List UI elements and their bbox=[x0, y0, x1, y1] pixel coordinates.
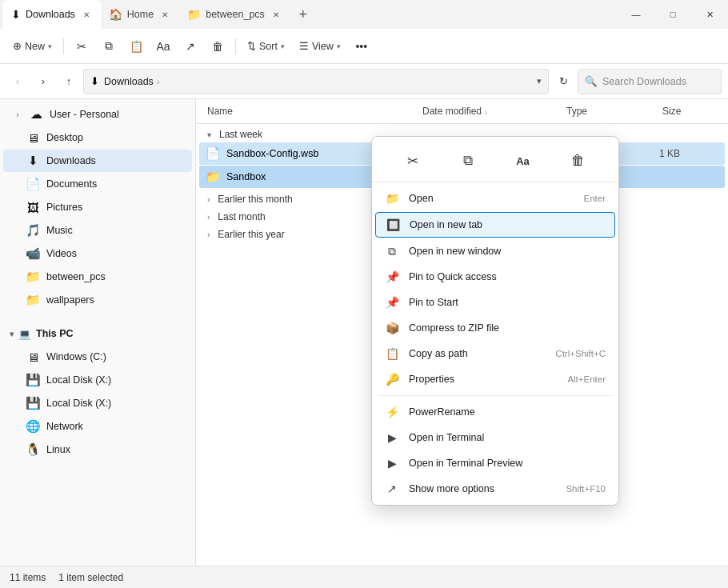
sidebar-item-pictures[interactable]: 🖼 Pictures 📌 bbox=[3, 196, 192, 218]
cm-rename-button[interactable]: Aa bbox=[509, 146, 538, 175]
sidebar-item-wallpapers[interactable]: 📁 wallpapers 📌 bbox=[3, 289, 192, 311]
tab-downloads-close[interactable]: ✕ bbox=[80, 8, 93, 21]
col-hdr-name[interactable]: Name bbox=[202, 102, 418, 120]
last-week-label: Last week bbox=[219, 129, 262, 140]
sidebar-item-between-pcs[interactable]: 📁 between_pcs 📌 bbox=[3, 266, 192, 288]
cm-properties-shortcut: Alt+Enter bbox=[567, 374, 606, 384]
cm-item-pin-start[interactable]: 📌 Pin to Start bbox=[372, 290, 618, 315]
cut-button[interactable]: ✂ bbox=[69, 34, 94, 59]
copy-button[interactable]: ⧉ bbox=[96, 34, 122, 59]
sidebar-item-windows-c[interactable]: 🖥 Windows (C:) bbox=[3, 346, 192, 368]
user-personal-label: User - Personal bbox=[50, 109, 186, 120]
sort-icon: ⇅ bbox=[247, 40, 256, 52]
cm-item-show-more[interactable]: ↗ Show more options Shift+F10 bbox=[372, 476, 618, 502]
this-pc-header[interactable]: ▾ 💻 This PC bbox=[3, 322, 192, 345]
last-month-label: Last month bbox=[218, 211, 265, 222]
sidebar-item-network[interactable]: 🌐 Network bbox=[3, 415, 192, 438]
cm-item-properties[interactable]: 🔑 Properties Alt+Enter bbox=[372, 366, 618, 392]
cm-separator-1 bbox=[378, 395, 612, 396]
sidebar-item-music[interactable]: 🎵 Music 📌 bbox=[3, 219, 192, 242]
local-x1-label: Local Disk (X:) bbox=[46, 374, 186, 386]
cm-item-compress-zip[interactable]: 📦 Compress to ZIP file bbox=[372, 315, 618, 341]
sidebar-item-user-personal[interactable]: › ☁ User - Personal bbox=[3, 103, 192, 126]
cm-cut-button[interactable]: ✂ bbox=[398, 146, 427, 175]
new-tab-button[interactable]: + bbox=[290, 2, 316, 27]
cm-item-open-new-window[interactable]: ⧉ Open in new window bbox=[372, 238, 618, 264]
back-button[interactable]: ‹ bbox=[6, 70, 29, 93]
earlier-this-month-label: Earlier this month bbox=[218, 194, 292, 205]
sandbox-folder-icon: 📁 bbox=[206, 170, 220, 184]
cm-open-shortcut: Enter bbox=[584, 194, 606, 203]
addr-dropdown-icon[interactable]: ▾ bbox=[537, 76, 542, 86]
new-button[interactable]: ⊕ New ▾ bbox=[6, 37, 58, 55]
cm-pin-quick-access-label: Pin to Quick access bbox=[409, 271, 606, 282]
documents-label: Documents bbox=[46, 178, 168, 190]
minimize-button[interactable]: — bbox=[618, 0, 654, 29]
tab-between-pcs-close[interactable]: ✕ bbox=[270, 8, 282, 21]
rename-button[interactable]: Aa bbox=[150, 34, 176, 59]
toolbar: ⊕ New ▾ ✂ ⧉ 📋 Aa ↗ 🗑 ⇅ Sort ▾ ☰ View ▾ •… bbox=[0, 29, 728, 64]
close-button[interactable]: ✕ bbox=[691, 0, 728, 29]
tab-between-pcs[interactable]: 📁 between_pcs ✕ bbox=[179, 0, 290, 29]
sort-chevron-icon: ▾ bbox=[281, 42, 285, 50]
tab-home[interactable]: 🏠 Home ✕ bbox=[101, 0, 179, 29]
share-button[interactable]: ↗ bbox=[178, 34, 203, 59]
earlier-this-month-collapse-icon: › bbox=[207, 195, 210, 204]
address-box[interactable]: ⬇ Downloads › ▾ bbox=[83, 69, 549, 94]
cm-open-new-tab-icon: 🔲 bbox=[386, 218, 400, 231]
refresh-button[interactable]: ↻ bbox=[552, 70, 574, 93]
this-pc-chevron: ▾ bbox=[10, 330, 14, 338]
paste-button[interactable]: 📋 bbox=[123, 34, 149, 59]
tab-home-close[interactable]: ✕ bbox=[158, 8, 171, 21]
tab-downloads[interactable]: ⬇ Downloads ✕ bbox=[3, 0, 101, 29]
cm-show-more-label: Show more options bbox=[409, 483, 556, 494]
cm-item-pin-quick-access[interactable]: 📌 Pin to Quick access bbox=[372, 264, 618, 290]
sidebar-item-downloads[interactable]: ⬇ Downloads 📌 bbox=[3, 150, 192, 172]
col-hdr-type[interactable]: Type bbox=[562, 102, 658, 120]
context-menu: ✂ ⧉ Aa 🗑 📁 Open Enter 🔲 Open in new tab … bbox=[371, 136, 619, 506]
context-menu-icon-row: ✂ ⧉ Aa 🗑 bbox=[372, 140, 618, 182]
view-button[interactable]: ☰ View ▾ bbox=[293, 37, 347, 55]
cm-item-open[interactable]: 📁 Open Enter bbox=[372, 186, 618, 211]
cm-properties-label: Properties bbox=[409, 374, 558, 385]
cm-item-copy-path[interactable]: 📋 Copy as path Ctrl+Shift+C bbox=[372, 341, 618, 366]
cm-open-terminal-icon: ▶ bbox=[385, 431, 399, 444]
search-box[interactable]: 🔍 Search Downloads bbox=[578, 69, 722, 94]
sidebar-item-local-x1[interactable]: 💾 Local Disk (X:) bbox=[3, 369, 192, 391]
cm-pin-start-label: Pin to Start bbox=[409, 297, 606, 308]
sort-button[interactable]: ⇅ Sort ▾ bbox=[241, 37, 291, 55]
sidebar-item-videos[interactable]: 📹 Videos 📌 bbox=[3, 242, 192, 265]
new-label: New bbox=[25, 41, 45, 52]
downloads-icon: ⬇ bbox=[26, 154, 40, 168]
videos-icon: 📹 bbox=[26, 246, 40, 261]
search-icon: 🔍 bbox=[585, 75, 598, 87]
linux-label: Linux bbox=[46, 444, 186, 455]
view-label: View bbox=[312, 41, 334, 52]
earlier-this-year-label: Earlier this year bbox=[218, 229, 284, 240]
pictures-label: Pictures bbox=[46, 202, 168, 213]
delete-button[interactable]: 🗑 bbox=[205, 34, 230, 59]
cm-open-label: Open bbox=[409, 193, 574, 204]
tab-between-pcs-label: between_pcs bbox=[206, 9, 265, 20]
cm-open-terminal-label: Open in Terminal bbox=[409, 432, 606, 443]
col-hdr-date[interactable]: Date modified ↓ bbox=[418, 102, 562, 120]
cm-delete-button[interactable]: 🗑 bbox=[564, 146, 593, 175]
windows-c-label: Windows (C:) bbox=[46, 351, 186, 362]
up-button[interactable]: ↑ bbox=[58, 70, 80, 93]
cm-item-power-rename[interactable]: ⚡ PowerRename bbox=[372, 399, 618, 425]
more-options-button[interactable]: ••• bbox=[349, 34, 374, 59]
sidebar-item-linux[interactable]: 🐧 Linux bbox=[3, 438, 192, 461]
cm-item-open-terminal[interactable]: ▶ Open in Terminal bbox=[372, 425, 618, 450]
local-x1-icon: 💾 bbox=[26, 373, 40, 387]
forward-button[interactable]: › bbox=[32, 70, 54, 93]
cm-item-open-terminal-preview[interactable]: ▶ Open in Terminal Preview bbox=[372, 450, 618, 476]
col-hdr-size[interactable]: Size bbox=[658, 102, 722, 120]
maximize-button[interactable]: □ bbox=[654, 0, 691, 29]
sidebar-item-desktop[interactable]: 🖥 Desktop 📌 bbox=[3, 126, 192, 149]
sidebar-item-local-x2[interactable]: 💾 Local Disk (X:) bbox=[3, 392, 192, 414]
last-week-collapse-icon: ▾ bbox=[207, 130, 211, 139]
addr-segment-downloads[interactable]: Downloads bbox=[104, 76, 154, 87]
sidebar-item-documents[interactable]: 📄 Documents 📌 bbox=[3, 173, 192, 195]
cm-item-open-new-tab[interactable]: 🔲 Open in new tab bbox=[375, 212, 615, 238]
cm-copy-button[interactable]: ⧉ bbox=[454, 146, 482, 175]
